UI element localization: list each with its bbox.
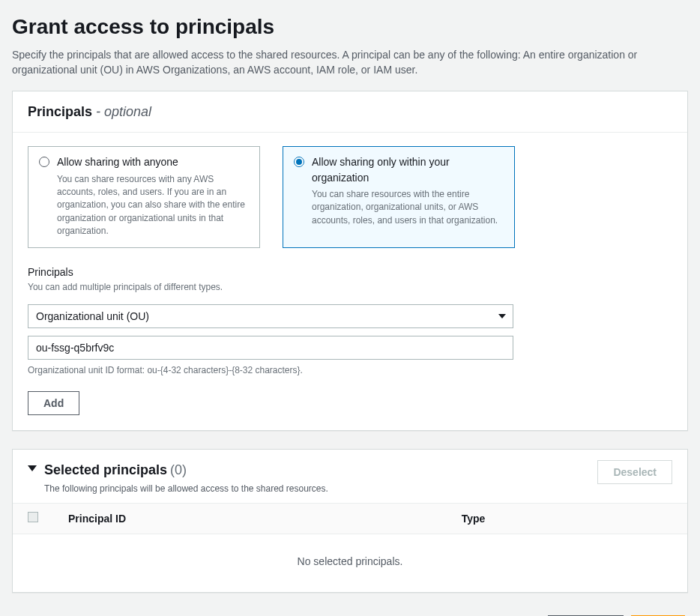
page-title: Grant access to principals [12,12,688,43]
add-button[interactable]: Add [28,391,79,415]
selected-principals-title: Selected principals [44,462,167,477]
chevron-down-icon [498,314,506,318]
sharing-option-anyone[interactable]: Allow sharing with anyone You can share … [28,146,260,247]
selected-principals-table: Principal ID Type No selected principals… [13,503,687,592]
footer-actions: Cancel Previous Next [12,611,688,616]
col-type: Type [447,504,687,534]
principal-id-input[interactable] [28,336,513,360]
principals-panel-optional: optional [104,104,151,119]
selected-principals-empty: No selected principals. [13,534,687,592]
principals-panel: Principals - optional Allow sharing with… [12,91,688,430]
principals-panel-dash: - [92,104,104,119]
principals-panel-header: Principals - optional [13,91,687,133]
principal-id-format-hint: Organizational unit ID format: ou-{4-32 … [28,364,672,377]
principals-field-label: Principals [28,265,672,280]
sharing-option-org-only-desc: You can share resources with the entire … [312,188,504,227]
principals-field-help: You can add multiple principals of diffe… [28,281,672,294]
col-principal-id: Principal ID [53,504,447,534]
selected-principals-subtitle: The following principals will be allowed… [44,483,328,495]
sharing-option-anyone-label: Allow sharing with anyone [57,154,178,169]
sharing-option-anyone-desc: You can share resources with any AWS acc… [57,173,249,238]
selected-principals-count: (0) [170,462,187,477]
principals-panel-title: Principals [28,104,92,119]
expand-caret-icon[interactable] [28,465,37,471]
radio-icon [294,157,304,167]
selected-principals-panel: Selected principals (0) The following pr… [12,449,688,593]
radio-icon [39,157,49,167]
sharing-option-org-only-label: Allow sharing only within your organizat… [312,154,504,185]
page-description: Specify the principals that are allowed … [12,47,672,78]
sharing-option-org-only[interactable]: Allow sharing only within your organizat… [283,146,515,247]
select-all-checkbox[interactable] [28,512,38,522]
principal-type-select[interactable]: Organizational unit (OU) [28,304,513,328]
deselect-button[interactable]: Deselect [597,460,672,484]
